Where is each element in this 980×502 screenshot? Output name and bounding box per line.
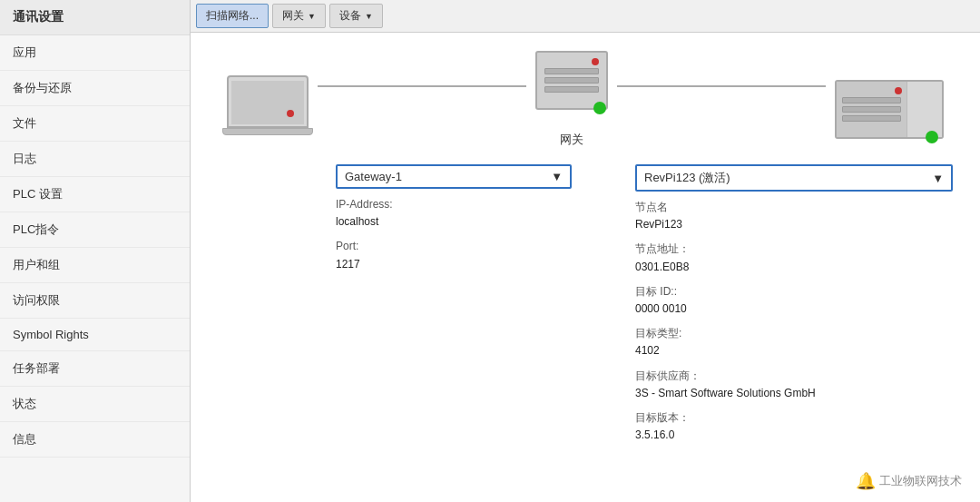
toolbar: 扫描网络... 网关 ▼ 设备 ▼ (191, 0, 980, 33)
revpi-version-value: 3.5.16.0 (635, 427, 953, 444)
gateway-ip-value: localhost (336, 213, 572, 231)
gateway-label-text: 网关 (560, 132, 583, 148)
panel-gap (590, 164, 617, 444)
watermark: 🔔 工业物联网技术 (856, 471, 962, 491)
sidebar-item-log[interactable]: 日志 (0, 142, 190, 177)
revpi-slot-1 (842, 97, 901, 103)
sidebar-item-task-deploy[interactable]: 任务部署 (0, 351, 190, 387)
revpi-vendor-value: 3S - Smart Software Solutions GmbH (635, 385, 953, 402)
gateway-info-panel: Gateway-1 ▼ IP-Address: localhost Port: … (336, 164, 572, 444)
nodes-row: 网关 (218, 51, 953, 148)
connector-line-1 (318, 85, 526, 87)
revpi-dropdown-chevron: ▼ (932, 172, 944, 185)
revpi-info-panel: RevPi123 (激活) ▼ 节点名 RevPi123 节点地址： 0301.… (635, 164, 953, 444)
gateway-port-field: Port: 1217 (336, 238, 572, 272)
revpi-node (826, 80, 953, 148)
gateway-node: 网关 (526, 51, 617, 148)
connector-line-2 (617, 85, 826, 87)
scan-network-button[interactable]: 扫描网络... (196, 4, 269, 28)
sidebar-item-backup[interactable]: 备份与还原 (0, 71, 190, 106)
device-dropdown-arrow: ▼ (365, 12, 373, 21)
revpi-node-name-label: 节点名 (635, 199, 953, 216)
revpi-right (906, 82, 942, 137)
revpi-body (835, 80, 944, 139)
revpi-target-id-label: 目标 ID:: (635, 283, 953, 300)
sidebar-item-info[interactable]: 信息 (0, 422, 190, 458)
revpi-device-icon (826, 80, 953, 148)
laptop-spacer (218, 164, 318, 444)
gateway-body (535, 51, 608, 110)
laptop-screen-inner (231, 81, 304, 124)
gateway-device-icon (526, 51, 617, 119)
diagram-area: 网关 (191, 33, 980, 502)
revpi-slot-2 (842, 106, 901, 113)
watermark-icon: 🔔 (856, 471, 876, 491)
revpi-vendor-field: 目标供应商： 3S - Smart Software Solutions Gmb… (635, 368, 953, 402)
main-content: 扫描网络... 网关 ▼ 设备 ▼ (191, 0, 980, 502)
gateway-slot-2 (544, 77, 599, 84)
gateway-dropdown-arrow: ▼ (308, 12, 316, 21)
revpi-dropdown-value: RevPi123 (激活) (644, 170, 730, 186)
laptop-base (222, 128, 313, 135)
revpi-target-type-value: 4102 (635, 342, 953, 359)
sidebar: 通讯设置 应用 备份与还原 文件 日志 PLC 设置 PLC指令 用户和组 访问… (0, 0, 191, 502)
gateway-label: 网关 (282, 8, 304, 24)
revpi-node-name-field: 节点名 RevPi123 (635, 199, 953, 233)
device-button[interactable]: 设备 ▼ (329, 4, 383, 28)
revpi-red-dot (895, 87, 902, 94)
gateway-slot-1 (544, 68, 599, 74)
gateway-dropdown-chevron: ▼ (551, 170, 563, 183)
revpi-target-id-field: 目标 ID:: 0000 0010 (635, 283, 953, 318)
revpi-dropdown[interactable]: RevPi123 (激活) ▼ (635, 164, 953, 192)
gateway-port-label: Port: (336, 238, 572, 255)
sidebar-item-app[interactable]: 应用 (0, 35, 190, 71)
gateway-dropdown[interactable]: Gateway-1 ▼ (336, 164, 572, 189)
revpi-target-id-value: 0000 0010 (635, 300, 953, 318)
gateway-red-dot (592, 58, 599, 65)
info-row: Gateway-1 ▼ IP-Address: localhost Port: … (218, 164, 953, 444)
device-label: 设备 (339, 8, 361, 24)
revpi-target-type-label: 目标类型: (635, 325, 953, 342)
gateway-dropdown-value: Gateway-1 (345, 170, 402, 183)
revpi-version-field: 目标版本： 3.5.16.0 (635, 409, 953, 444)
sidebar-item-users[interactable]: 用户和组 (0, 248, 190, 283)
revpi-node-addr-field: 节点地址： 0301.E0B8 (635, 241, 953, 275)
gateway-port-value: 1217 (336, 256, 572, 273)
laptop-icon (218, 75, 318, 148)
laptop-node (218, 75, 318, 148)
revpi-node-addr-label: 节点地址： (635, 241, 953, 258)
gateway-slot-3 (544, 86, 599, 93)
laptop-screen (227, 75, 309, 128)
sidebar-item-status[interactable]: 状态 (0, 387, 190, 422)
revpi-slot-3 (842, 115, 901, 122)
revpi-target-type-field: 目标类型: 4102 (635, 325, 953, 359)
watermark-text: 工业物联网技术 (879, 473, 962, 489)
revpi-version-label: 目标版本： (635, 409, 953, 427)
gateway-button[interactable]: 网关 ▼ (272, 4, 326, 28)
sidebar-item-access[interactable]: 访问权限 (0, 283, 190, 319)
sidebar-title: 通讯设置 (0, 0, 190, 35)
revpi-green-dot (926, 131, 938, 143)
scan-network-label: 扫描网络... (206, 8, 259, 24)
gateway-ip-label: IP-Address: (336, 196, 572, 213)
revpi-node-name-value: RevPi123 (635, 216, 953, 233)
laptop-red-dot (287, 110, 294, 117)
sidebar-item-file[interactable]: 文件 (0, 106, 190, 142)
gateway-ip-field: IP-Address: localhost (336, 196, 572, 231)
sidebar-item-plc-settings[interactable]: PLC 设置 (0, 177, 190, 212)
sidebar-item-plc-command[interactable]: PLC指令 (0, 212, 190, 248)
revpi-vendor-label: 目标供应商： (635, 368, 953, 385)
gateway-green-dot (593, 102, 606, 114)
sidebar-item-symbol-rights[interactable]: Symbol Rights (0, 319, 190, 351)
revpi-node-addr-value: 0301.E0B8 (635, 259, 953, 276)
